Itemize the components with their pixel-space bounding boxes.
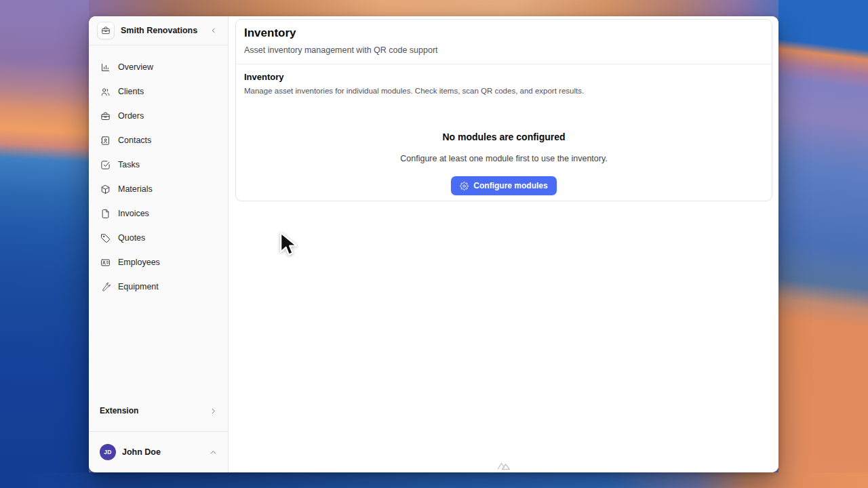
sidebar-item-label: Employees (118, 258, 160, 267)
inventory-card: Inventory Asset inventory management wit… (235, 19, 772, 201)
empty-state: No modules are configured Configure at l… (236, 99, 772, 195)
file-icon (100, 209, 111, 219)
sidebar-item-overview[interactable]: Overview (89, 55, 228, 79)
sidebar-collapse-button[interactable] (208, 24, 220, 37)
sidebar-item-label: Orders (118, 111, 144, 121)
briefcase-logo-icon (97, 22, 115, 39)
empty-state-heading: No modules are configured (236, 131, 772, 142)
sidebar-item-clients[interactable]: Clients (89, 79, 228, 104)
mountains-watermark-icon (496, 460, 511, 470)
bar-chart-icon (100, 62, 111, 73)
sidebar-item-materials[interactable]: Materials (89, 177, 228, 201)
sidebar-item-label: Contacts (118, 136, 151, 145)
chevron-right-icon (210, 407, 217, 415)
page-title: Inventory (244, 26, 764, 40)
sidebar-item-label: Quotes (118, 233, 145, 243)
sidebar-item-label: Invoices (118, 209, 149, 218)
chevron-left-icon (210, 27, 217, 34)
users-icon (100, 87, 111, 97)
empty-state-message: Configure at least one module first to u… (236, 154, 772, 163)
page-header: Inventory Asset inventory management wit… (236, 20, 772, 64)
sidebar-item-label: Overview (118, 62, 153, 72)
sidebar-item-contacts[interactable]: Contacts (89, 128, 228, 152)
sidebar-item-employees[interactable]: Employees (89, 250, 228, 274)
avatar: JD (100, 444, 116, 460)
org-switcher[interactable]: Smith Renovations (89, 16, 228, 45)
tag-icon (100, 233, 111, 243)
gear-icon (460, 182, 469, 190)
sidebar-item-label: Equipment (118, 282, 159, 291)
contact-book-icon (100, 136, 111, 146)
org-name: Smith Renovations (121, 26, 201, 35)
sidebar-item-invoices[interactable]: Invoices (89, 201, 228, 226)
section-description: Manage asset inventories for individual … (244, 87, 764, 95)
section-title: Inventory (244, 72, 764, 82)
user-menu[interactable]: JD John Doe (89, 432, 228, 472)
user-name: John Doe (122, 447, 203, 457)
desktop-wallpaper-right (778, 0, 868, 488)
check-square-icon (100, 160, 111, 170)
sidebar-item-quotes[interactable]: Quotes (89, 226, 228, 250)
sidebar-nav: Overview Clients Orders (89, 45, 228, 299)
sidebar-item-orders[interactable]: Orders (89, 104, 228, 128)
configure-modules-label: Configure modules (473, 181, 547, 190)
sidebar-item-label: Tasks (118, 160, 140, 169)
chevron-up-icon (210, 449, 217, 456)
extension-label: Extension (100, 406, 138, 415)
desktop-wallpaper-left (0, 0, 89, 488)
briefcase-icon (100, 111, 111, 121)
sidebar-item-tasks[interactable]: Tasks (89, 152, 228, 177)
inventory-section: Inventory Manage asset inventories for i… (236, 64, 772, 99)
sidebar-spacer (89, 299, 228, 399)
sidebar-item-equipment[interactable]: Equipment (89, 274, 228, 299)
configure-modules-button[interactable]: Configure modules (451, 176, 556, 195)
page-subtitle: Asset inventory management with QR code … (244, 45, 764, 55)
sidebar: Smith Renovations Overview (89, 16, 229, 472)
sidebar-item-label: Materials (118, 184, 153, 194)
desktop-wallpaper-bottom (0, 472, 868, 488)
app-window: Smith Renovations Overview (89, 16, 778, 472)
wrench-icon (100, 282, 111, 292)
sidebar-item-label: Clients (118, 87, 144, 96)
id-badge-icon (100, 258, 111, 268)
package-icon (100, 184, 111, 195)
main-content: Inventory Asset inventory management wit… (229, 16, 778, 472)
sidebar-item-extension[interactable]: Extension (89, 399, 228, 423)
